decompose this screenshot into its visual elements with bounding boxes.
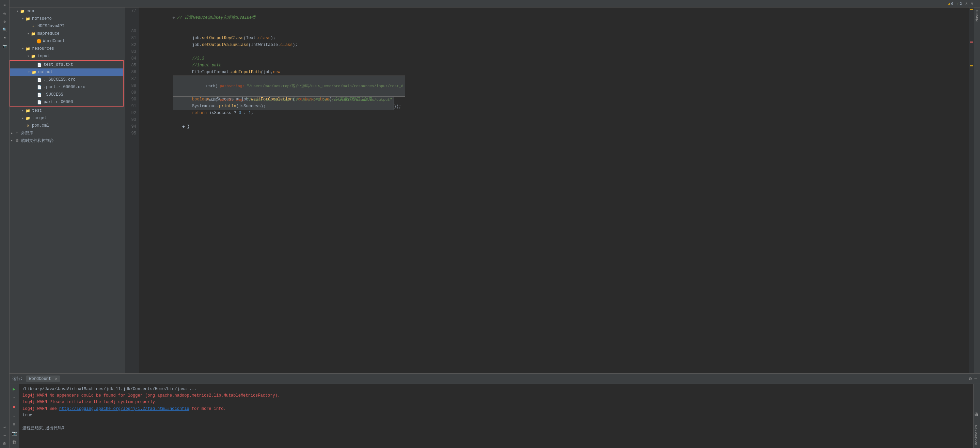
ln-88: 88 [128,83,136,89]
tree-label-output: output [38,70,53,75]
toolbar-icon-2[interactable]: ◎ [1,10,8,17]
toolbar-icon-5[interactable]: ⚑ [1,34,8,41]
run-toolbar-right: ⚙ — [969,376,977,381]
toolbar-icon-8[interactable]: ↪ [1,432,8,439]
toolbar-icon-9[interactable]: 🗑 [1,440,8,447]
tree-item-wordcount[interactable]: ▸ 🟠 WordCount [10,37,125,45]
tree-arrow-temp: ▸ [10,138,14,143]
toolbar-icon-1[interactable]: ≡ [1,2,8,9]
run-tab-close[interactable]: ✕ [55,377,57,381]
tree-arrow-test-dfs: ▸ [32,63,37,67]
tree-item-part[interactable]: ▸ 📄 part-r-00000 [10,98,123,106]
file-icon-success: 📄 [37,92,42,97]
tree-label-hdfsdemo: hdfsdemo [32,16,52,21]
tree-item-com[interactable]: ▾ 📁 com [10,8,125,15]
right-gutter [969,8,974,373]
tree-item-pom[interactable]: ▸ ⚙ pom.xml [10,122,125,129]
tree-item-external-libs[interactable]: ▸ ⊟ 外部库 [10,129,125,137]
run-tab-wordcount[interactable]: WordCount ✕ [26,375,60,382]
run-content: ▶ ↑ ■ ↓ ≡ 📷 🗑 /Library/Java/JavaVirtualM… [10,384,980,448]
tree-arrow-wordcount: ▸ [31,39,36,43]
toolbar-icon-6[interactable]: 📷 [1,42,8,50]
tree-arrow-mapreduce: ▾ [26,32,31,36]
warning-count: 6 [951,2,953,6]
nav-down-btn[interactable]: ∨ [971,2,973,6]
tree-arrow-part: ▸ [32,100,37,104]
code-line-84: //input path [143,55,969,62]
tree-item-success[interactable]: ▸ 📄 _SUCCESS [10,91,123,98]
run-stop-btn[interactable]: ■ [11,403,18,411]
main-area: ▲ 6 ✓ 2 ∧ ∨ ▾ 📁 com ▾ 📁 [10,0,980,448]
toolbar-icon-4[interactable]: 🔍 [1,26,8,33]
tree-arrow-com: ▾ [15,9,20,13]
warning-count-item[interactable]: ▲ 6 [948,2,953,6]
java-icon-hdfsjavaapi: ☕ [31,24,36,29]
log-link[interactable]: http://logging.apache.org/log4j/1.2/faq.… [59,407,189,411]
settings-btn[interactable]: ⚙ [969,376,972,381]
tree-arrow-target: ▸ [21,116,25,120]
structure-label[interactable]: 结构 [974,384,980,422]
tree-item-part-crc[interactable]: ▸ 📄 .part-r-00000.crc [10,83,123,91]
code-container[interactable]: 77 78 79 80 81 82 83 84 85 86 87 88 89 9… [125,8,974,373]
warning-triangle-icon: ▲ [948,2,950,6]
tree-item-success-crc[interactable]: ▸ 📄 ._SUCCESS.crc [10,76,123,83]
ln-83: 83 [128,48,136,55]
tree-item-target[interactable]: ▸ 📁 target [10,114,125,122]
ln-81: 81 [128,35,136,41]
tree-item-mapreduce[interactable]: ▾ 📁 mapreduce [10,30,125,37]
ln-77: 77 [128,8,136,14]
run-scroll-down-btn[interactable]: ↓ [11,412,18,419]
tree-item-hdfsjavaapi[interactable]: ▸ ☕ HDFSJavaAPI [10,22,125,30]
run-panel: 运行: WordCount ✕ ⚙ — ▶ ↑ ■ ↓ ≡ 📷 🗑 [10,373,980,448]
top-section: ▾ 📁 com ▾ 📁 hdfsdemo ▸ ☕ HDFSJavaAPI [10,8,980,373]
ln-91: 91 [128,103,136,110]
tree-item-input[interactable]: ▾ 📁 input [10,52,125,60]
maven-panel[interactable]: Maven [974,8,980,373]
ln-94: 94 [128,123,136,130]
tree-arrow-hdfsdemo: ▾ [21,17,25,21]
tree-label-com: com [27,9,34,14]
folder-icon-hdfsdemo: 📁 [25,16,31,21]
run-scroll-up-btn[interactable]: ↑ [11,394,18,402]
run-toolbar: 运行: WordCount ✕ ⚙ — [10,374,980,384]
code-content[interactable]: ◆ // 设置Reduce输出key实现输出Value类 job.setOutp… [139,8,969,373]
run-camera-btn[interactable]: 📷 [11,430,18,437]
tree-label-test: test [32,108,42,113]
run-wrap-btn[interactable]: ≡ [11,421,18,428]
ln-80: 80 [128,28,136,35]
bookmarks-label[interactable]: Bookmarks [974,422,980,448]
tree-arrow-pom: ▸ [21,124,25,128]
tree-item-test[interactable]: ▸ 📁 test [10,107,125,114]
tree-arrow-test: ▸ [21,109,25,113]
tree-label-part-crc: .part-r-00000.crc [44,85,85,89]
tree-item-temp[interactable]: ▸ 🖥 临时文件和控制台 [10,137,125,145]
tree-item-output[interactable]: ▾ 📁 output [10,68,123,76]
run-play-btn[interactable]: ▶ [11,385,18,393]
toolbar-icon-3[interactable]: ⚙ [1,18,8,25]
tree-item-test-dfs[interactable]: ▸ 📄 test_dfs.txt [10,61,123,68]
ln-84: 84 [128,55,136,62]
maven-panel-label[interactable]: Maven [974,8,980,24]
run-trash-btn[interactable]: 🗑 [11,438,18,446]
run-output[interactable]: /Library/Java/JavaVirtualMachines/jdk-11… [19,384,973,448]
tree-arrow-resources: ▾ [21,47,25,51]
check-icon: ✓ [957,2,959,6]
tree-label-input: input [37,54,50,59]
toolbar-icon-7[interactable]: ↩ [1,424,8,431]
ext-libs-icon: ⊟ [14,130,20,136]
tree-item-resources[interactable]: ▾ 📁 resources [10,45,125,52]
tree-item-hdfsdemo[interactable]: ▾ 📁 hdfsdemo [10,15,125,22]
check-count-item[interactable]: ✓ 2 [957,2,962,6]
code-line-79 [143,21,969,28]
minimize-btn[interactable]: — [975,376,977,381]
folder-icon-input: 📁 [31,54,36,59]
line-numbers: 77 78 79 80 81 82 83 84 85 86 87 88 89 9… [125,8,139,373]
run-command-line: /Library/Java/JavaVirtualMachines/jdk-11… [22,386,970,392]
ln-89: 89 [128,89,136,96]
tree-arrow-success: ▸ [32,92,37,97]
ln-92: 92 [128,110,136,116]
ln-78: 78 [128,14,136,21]
nav-up-btn[interactable]: ∧ [966,2,968,6]
code-line-78 [143,14,969,21]
run-tab-name: WordCount [29,377,51,381]
